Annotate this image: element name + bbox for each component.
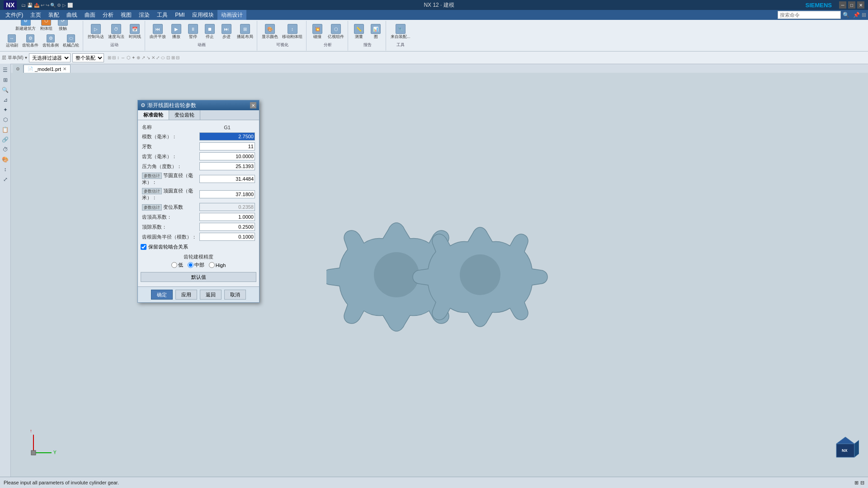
menu-render[interactable]: 渲染: [135, 10, 153, 20]
default-button[interactable]: 默认值: [141, 272, 256, 282]
sidebar-icon-12[interactable]: ⤢: [1, 175, 10, 184]
sidebar-icon-1[interactable]: ☰: [1, 66, 10, 75]
orientation-cube-svg: NX: [832, 435, 859, 462]
dialog-tab-shifted[interactable]: 变位齿轮: [169, 110, 200, 120]
toolbar-btn-step[interactable]: ⏭ 步进: [218, 23, 235, 41]
sidebar-icon-11[interactable]: ↕: [1, 165, 10, 174]
toolbar-btn-stop[interactable]: ⏹ 停止: [202, 23, 218, 41]
toolbar-btn-rigidbody[interactable]: ⬡ 刚体组: [38, 20, 54, 33]
menu-view[interactable]: 视图: [117, 10, 135, 20]
measure-icon: 📏: [354, 24, 364, 34]
toolbar-btn-speed[interactable]: ⏱ 速度马法: [106, 23, 126, 41]
menu-curve[interactable]: 曲线: [63, 10, 81, 20]
field-teeth-input[interactable]: [199, 142, 255, 150]
toolbar-btn-motion[interactable]: ↔ 运动副: [4, 33, 20, 49]
radio-low-input[interactable]: [171, 262, 177, 268]
dialog-footer: 确定 应用 返回 取消: [138, 286, 259, 302]
toolbar-btn-pause[interactable]: ⏸ 暂停: [185, 23, 201, 41]
menu-home[interactable]: 主页: [27, 10, 45, 20]
field-clearance-input[interactable]: [199, 223, 255, 231]
radio-mid-input[interactable]: [188, 262, 193, 268]
toolbar-btn-motor[interactable]: ▷ 控制马达: [86, 23, 106, 41]
maximize-button[interactable]: □: [848, 1, 855, 9]
toolbar-btn-newbuilding[interactable]: ⚙ 新建建筑方: [14, 20, 38, 33]
minimize-button[interactable]: ─: [839, 1, 846, 9]
status-icon-2: ⊟: [860, 480, 864, 486]
toolbar-btn-group2[interactable]: ⬡ 亿视组件: [326, 23, 346, 41]
field-tip-input[interactable]: [199, 190, 255, 198]
radio-high-input[interactable]: [209, 262, 215, 268]
radio-high[interactable]: High: [209, 262, 226, 268]
title-bar: NX 🗂 💾 📤 ↩ ↪ 🔍 ⚙ ▷ ⬜ NX 12 · 建模 SIEMENS …: [0, 0, 868, 10]
ok-button[interactable]: 确定: [151, 290, 173, 300]
toolbar2-icons: ⊞ ⊟ ↕ ↔ ⬡ ✦ ⊕ ↗ ↘ ✕ ⤢ ⬭ ⊡ ⊞ ⊟: [108, 55, 180, 61]
menu-pmi[interactable]: PMI: [171, 10, 188, 20]
menu-file[interactable]: 文件(F): [2, 10, 27, 20]
field-width-input[interactable]: [199, 152, 255, 160]
sidebar-icon-2[interactable]: ⊞: [1, 75, 10, 84]
mesh-checkbox[interactable]: [141, 244, 146, 250]
field-width-label: 齿宽（毫米）：: [141, 151, 198, 161]
field-clearance-label: 顶隙系数：: [141, 222, 198, 232]
field-pitch-input[interactable]: [199, 175, 255, 183]
toolbar-btn-timeline[interactable]: 📅 时间线: [127, 23, 143, 41]
toolbar-btn-chart[interactable]: 📊 图: [368, 23, 384, 41]
menu-surface[interactable]: 曲面: [81, 10, 99, 20]
toolbar-btn-extend[interactable]: ⊞ 播延布局: [235, 23, 255, 41]
sidebar-icon-6[interactable]: ⬡: [1, 115, 10, 124]
cube-icon[interactable]: NX: [832, 435, 859, 463]
close-button[interactable]: ✕: [857, 1, 864, 9]
toolbar-btn-gear2[interactable]: ⚙ 齿轮条例: [41, 33, 61, 49]
group2-icon: ⬡: [331, 24, 341, 34]
toolbar-btn-measure[interactable]: 📏 测量: [351, 23, 367, 41]
dialog-gear-params: ⚙ 渐开线圆柱齿轮参数 ✕ 标准齿轮 变位齿轮 名称 G1 模数（毫米）：: [137, 100, 259, 303]
sidebar-icon-10[interactable]: 🎨: [1, 155, 10, 164]
toolbar-btn-play[interactable]: ▶ 播放: [168, 23, 184, 41]
search-input[interactable]: [778, 11, 841, 19]
toolbar-btn-collision[interactable]: 💥 碰撞: [309, 23, 326, 41]
back-button[interactable]: 返回: [200, 290, 222, 300]
layer-label: 层 草单(M) ▾: [2, 55, 27, 61]
toolbar-btn-showcolor[interactable]: 🎨 显示颜色: [260, 23, 280, 41]
apply-button[interactable]: 应用: [175, 290, 197, 300]
cancel-button[interactable]: 取消: [224, 290, 246, 300]
menu-analysis[interactable]: 分析: [99, 10, 117, 20]
toolbar-btn-contact[interactable]: ⟳ 接触: [55, 20, 71, 33]
sidebar-icon-5[interactable]: ✦: [1, 105, 10, 114]
menu-assembly[interactable]: 装配: [45, 10, 63, 20]
assembly-select[interactable]: 整个装配: [72, 53, 104, 62]
search-icon[interactable]: 🔍: [843, 12, 849, 18]
sidebar-icon-7[interactable]: 📋: [1, 125, 10, 134]
menu-tools[interactable]: 工具: [153, 10, 171, 20]
toolbar-btn-cam[interactable]: ⬭ 机械凸轮: [61, 33, 81, 49]
tab-model-close[interactable]: ✕: [63, 66, 66, 71]
dialog-tab-standard[interactable]: 标准齿轮: [138, 110, 169, 120]
sidebar-icon-4[interactable]: ⊿: [1, 95, 10, 104]
sidebar-icon-3[interactable]: 🔍: [1, 85, 10, 94]
radio-mid[interactable]: 中部: [188, 262, 204, 268]
shift-label: 变位系数: [163, 204, 183, 210]
window-controls[interactable]: ─ □ ✕: [839, 1, 864, 9]
filter-select[interactable]: 无选择过滤器: [29, 53, 71, 62]
tab-model[interactable]: 📄 _model1.prt ✕: [24, 65, 71, 73]
field-clearance-cell: [198, 222, 256, 232]
field-fillet-input[interactable]: [199, 233, 255, 241]
field-addendum-label: 齿顶高系数：: [141, 212, 198, 222]
sidebar-icon-8[interactable]: 🔗: [1, 135, 10, 144]
radio-low[interactable]: 低: [171, 262, 183, 268]
field-pressure-input[interactable]: [199, 162, 255, 170]
radio-high-label: High: [216, 263, 226, 268]
toolbar-btn-gear[interactable]: ⚙ 齿轮条件: [20, 33, 40, 49]
toolbar-btn-fromassembly[interactable]: 🔧 来自装配...: [389, 23, 412, 41]
status-icons: ⊞ ⊟: [854, 480, 864, 486]
menu-modules[interactable]: 应用模块: [189, 10, 217, 20]
play-label: 播放: [172, 34, 180, 40]
title-bar-left: NX 🗂 💾 📤 ↩ ↪ 🔍 ⚙ ▷ ⬜: [4, 0, 73, 9]
toolbar-btn-prev[interactable]: ⏮ 由开平放: [148, 23, 168, 41]
toolbar-btn-movebody[interactable]: ↕ 移动刚体组: [280, 23, 304, 41]
sidebar-icon-9[interactable]: ⏱: [1, 145, 10, 154]
dialog-close-button[interactable]: ✕: [250, 102, 256, 108]
field-modulus-input[interactable]: [199, 132, 255, 141]
menu-animation[interactable]: 动画设计: [217, 10, 246, 20]
field-addendum-input[interactable]: [199, 213, 255, 221]
